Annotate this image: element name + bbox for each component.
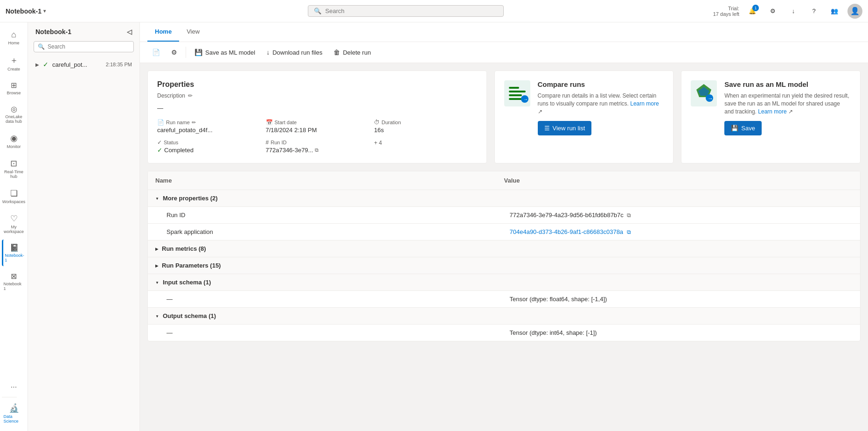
run-id-row: Run ID 772a7346-3e79-4a23-9d56-b61fd6b87… (148, 207, 860, 224)
delete-icon: 🗑 (333, 49, 340, 56)
duration-value: 16s (374, 127, 477, 134)
user-avatar[interactable]: 👤 (847, 4, 862, 19)
save-ml-card-title: Save run as an ML model (724, 80, 851, 88)
run-metrics-section[interactable]: Run metrics (8) (148, 240, 860, 257)
notifications-button[interactable]: 🔔 1 (745, 4, 760, 19)
toolbar: 📄 ⚙ 💾 Save as ML model ↓ Download run fi… (140, 42, 868, 63)
sidebar-item-browse[interactable]: ⊞ Browse (2, 77, 26, 99)
sidebar-item-monitor[interactable]: ◉ Monitor (2, 129, 26, 153)
onelake-icon: ◎ (11, 105, 17, 113)
duration-label: ⏱ Duration (374, 119, 477, 126)
output-schema-chevron (155, 313, 159, 318)
sidebar-item-datascience[interactable]: 🔬 Data Science (2, 399, 26, 427)
input-schema-chevron (155, 280, 159, 285)
download-icon-button[interactable]: ↓ (786, 4, 801, 19)
run-name-edit-icon[interactable]: ✏ (192, 120, 196, 126)
panel-search-container[interactable]: 🔍 (34, 41, 134, 52)
extra-field: + 4 (374, 139, 477, 154)
sidebar-item-workspaces[interactable]: ❏ Workspaces (2, 184, 26, 208)
svg-rect-2 (509, 91, 526, 92)
panel-search-icon: 🔍 (38, 43, 45, 50)
run-id-copy-icon[interactable]: ⧉ (627, 212, 631, 219)
more-props-chevron (155, 196, 159, 201)
toolbar-settings-button[interactable]: ⚙ (167, 46, 182, 59)
sidebar-item-label: OneLake data hub (4, 114, 24, 124)
input-schema-name-cell: — (155, 296, 510, 303)
input-schema-label: Input schema (1) (163, 279, 211, 286)
input-schema-section[interactable]: Input schema (1) (148, 274, 860, 291)
spark-app-value-cell[interactable]: 704e4a90-d373-4b26-9af1-c86683c0378a ⧉ (510, 228, 853, 235)
sidebar-item-label: My workspace (4, 225, 24, 234)
run-id-copy-button[interactable]: ⧉ (315, 147, 319, 153)
sidebar-item-create[interactable]: ＋ Create (2, 51, 26, 75)
sidebar-item-more[interactable]: ··· (2, 379, 26, 395)
tab-home[interactable]: Home (147, 22, 179, 42)
svg-rect-3 (509, 94, 522, 96)
output-schema-value-cell: Tensor (dtype: int64, shape: [-1]) (510, 329, 853, 336)
sidebar-item-onelake[interactable]: ◎ OneLake data hub (2, 101, 26, 127)
download-icon: ↓ (266, 49, 270, 56)
hash-icon: # (266, 139, 269, 146)
settings-icon-button[interactable]: ⚙ (765, 4, 780, 19)
sidebar-item-label: Browse (7, 91, 21, 95)
status-label: ✓ Status (157, 139, 260, 146)
sidebar-item-label: Notebook-1 (5, 253, 24, 262)
sidebar-item-notebook1[interactable]: ⊠ Notebook 1 (2, 268, 26, 295)
status-icon: ✓ (157, 139, 162, 146)
topbar-chevron-icon[interactable]: ▾ (43, 8, 46, 14)
save-ml-learn-more-link[interactable]: Learn more (758, 108, 786, 115)
search-input[interactable] (325, 7, 498, 14)
help-icon-button[interactable]: ? (806, 4, 821, 19)
tab-view[interactable]: View (179, 22, 207, 42)
run-time: 2:18:35 PM (106, 62, 132, 67)
sidebar-item-label: Notebook 1 (4, 282, 24, 291)
share-icon-button[interactable]: 👥 (827, 4, 842, 19)
start-date-label: 📅 Start date (266, 119, 369, 126)
sidebar-item-notebook1-active[interactable]: 📓 Notebook-1 (2, 240, 26, 266)
svg-text:→: → (523, 97, 528, 102)
download-run-files-button[interactable]: ↓ Download run files (262, 46, 327, 59)
home-icon: ⌂ (11, 30, 16, 40)
sidebar-divider (2, 397, 17, 397)
panel-run-item[interactable]: ▶ ✓ careful_pot... 2:18:35 PM (28, 58, 139, 71)
content-area: Home View 📄 ⚙ 💾 Save as ML model ↓ Downl… (140, 22, 868, 431)
run-id-field: # Run ID 772a7346-3e79... ⧉ (266, 139, 369, 154)
realtime-icon: ⊡ (10, 158, 17, 169)
panel-search-input[interactable] (48, 43, 130, 50)
save-ml-icon: 💾 (731, 125, 738, 132)
output-schema-section[interactable]: Output schema (1) (148, 308, 860, 325)
run-metrics-label: Run metrics (8) (162, 245, 206, 252)
spark-app-copy-icon[interactable]: ⧉ (627, 229, 631, 235)
delete-run-button[interactable]: 🗑 Delete run (329, 46, 375, 59)
prop-grid: 📄 Run name ✏ careful_potato_d4f... 📅 Sta… (157, 119, 477, 154)
sidebar-item-label: Monitor (7, 144, 21, 149)
panel-collapse-icon[interactable]: ◁ (127, 28, 132, 35)
notebook-title-topbar[interactable]: Notebook-1 ▾ (6, 7, 46, 15)
compare-learn-more-link[interactable]: Learn more (630, 100, 659, 107)
start-date-value: 7/18/2024 2:18 PM (266, 127, 369, 134)
toolbar-icon1-button[interactable]: 📄 (147, 46, 165, 59)
sidebar-item-realtime[interactable]: ⊡ Real-Time hub (2, 155, 26, 183)
start-date-field: 📅 Start date 7/18/2024 2:18 PM (266, 119, 369, 134)
description-edit-icon[interactable]: ✏ (188, 92, 193, 99)
run-parameters-section[interactable]: Run Parameters (15) (148, 257, 860, 274)
panel-expand-icon[interactable]: ▶ (35, 62, 39, 67)
more-properties-section[interactable]: More properties (2) (148, 190, 860, 207)
properties-title: Properties (157, 80, 194, 89)
table-header-row: Name Value (148, 171, 860, 190)
run-params-chevron (155, 263, 158, 268)
save-ml-button[interactable]: 💾 Save (724, 121, 762, 135)
view-run-list-button[interactable]: ☰ View run list (538, 121, 592, 135)
sidebar-item-myworkspace[interactable]: ♡ My workspace (2, 210, 26, 238)
status-field: ✓ Status ✓ Completed (157, 139, 260, 154)
global-search-bar[interactable]: 🔍 (308, 5, 504, 17)
sidebar-item-home[interactable]: ⌂ Home (2, 26, 26, 49)
extra-badge[interactable]: + 4 (374, 140, 382, 146)
run-name-label: 📄 Run name ✏ (157, 119, 260, 126)
view-run-list-label: View run list (553, 125, 585, 132)
more-props-label: More properties (2) (163, 195, 218, 202)
save-as-ml-model-button[interactable]: 💾 Save as ML model (190, 46, 260, 59)
col-name-header: Name (155, 177, 504, 184)
run-id-name-cell: Run ID (155, 212, 510, 219)
spark-app-name-cell: Spark application (155, 228, 510, 235)
